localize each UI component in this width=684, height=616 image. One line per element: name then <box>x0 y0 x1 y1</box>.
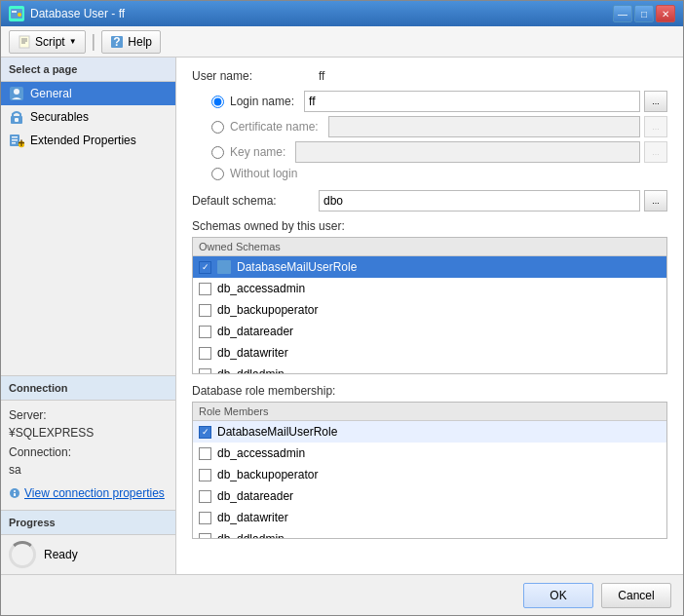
role-checkbox-5[interactable] <box>199 533 211 539</box>
schema-item-3[interactable]: db_datareader <box>193 321 666 342</box>
login-name-input[interactable] <box>304 91 640 112</box>
schema-checkbox-4[interactable] <box>199 347 211 360</box>
schema-checkbox-3[interactable] <box>199 326 211 338</box>
sidebar-item-securables[interactable]: Securables <box>1 105 175 129</box>
schema-item-4[interactable]: db_datawriter <box>193 342 666 364</box>
sidebar-item-general[interactable]: General <box>1 82 175 105</box>
progress-status: Ready <box>44 548 78 561</box>
svg-point-2 <box>18 13 21 17</box>
schema-name-2: db_backupoperator <box>217 303 318 317</box>
footer: OK Cancel <box>1 574 683 615</box>
title-controls: — □ ✕ <box>613 5 675 22</box>
svg-rect-12 <box>15 118 19 122</box>
progress-header: Progress <box>1 510 175 535</box>
roles-section-label: Database role membership: <box>192 384 667 398</box>
key-name-browse-button[interactable]: ... <box>644 141 667 163</box>
schemas-list-scroll[interactable]: DatabaseMailUserRole db_accessadmin db_b… <box>193 256 666 373</box>
key-name-radio[interactable] <box>211 146 224 159</box>
default-schema-row: Default schema: ... <box>192 190 667 212</box>
toolbar: Script ▼ | ? Help <box>1 26 683 58</box>
connection-link-icon <box>9 487 20 499</box>
svg-rect-16 <box>12 142 16 144</box>
role-item-5[interactable]: db_ddladmin <box>193 528 666 538</box>
script-icon <box>18 35 31 49</box>
certificate-name-label: Certificate name: <box>230 120 319 134</box>
schemas-list-container: Owned Schemas DatabaseMailUserRole db_ac… <box>192 237 667 374</box>
role-checkbox-2[interactable] <box>199 469 211 481</box>
form-area: User name: ff Login name: ... Certificat… <box>176 58 683 574</box>
login-name-row: Login name: ... <box>192 91 667 112</box>
login-name-radio[interactable] <box>211 96 224 108</box>
sidebar-label-general: General <box>30 87 72 100</box>
role-checkbox-1[interactable] <box>199 447 211 460</box>
ok-button[interactable]: OK <box>523 583 593 608</box>
role-item-4[interactable]: db_datawriter <box>193 507 666 528</box>
help-button[interactable]: ? Help <box>101 30 161 54</box>
server-label: Server: <box>9 406 168 424</box>
svg-rect-15 <box>12 139 18 141</box>
svg-rect-1 <box>12 11 17 13</box>
schema-checkbox-5[interactable] <box>199 368 211 374</box>
schema-item-1[interactable]: db_accessadmin <box>193 278 666 299</box>
sidebar-label-securables: Securables <box>30 110 89 124</box>
title-bar: Database User - ff — □ ✕ <box>1 1 683 26</box>
role-item-1[interactable]: db_accessadmin <box>193 443 666 464</box>
schemas-section-label: Schemas owned by this user: <box>192 219 667 233</box>
svg-rect-14 <box>12 136 18 138</box>
script-label: Script <box>35 35 65 49</box>
certificate-name-browse-button[interactable]: ... <box>644 116 667 137</box>
role-checkbox-3[interactable] <box>199 490 211 503</box>
schema-name-3: db_datareader <box>217 325 293 338</box>
maximize-button[interactable]: □ <box>634 5 654 22</box>
minimize-button[interactable]: — <box>613 5 632 22</box>
schema-checkbox-2[interactable] <box>199 304 211 317</box>
certificate-name-radio[interactable] <box>211 121 224 134</box>
without-login-radio[interactable] <box>211 168 224 180</box>
key-name-input[interactable] <box>295 141 640 163</box>
cancel-button[interactable]: Cancel <box>601 583 671 608</box>
sidebar-label-extended-properties: Extended Properties <box>30 134 136 147</box>
svg-text:?: ? <box>114 35 121 49</box>
schemas-list-header: Owned Schemas <box>193 238 666 256</box>
role-name-4: db_datawriter <box>217 511 288 524</box>
without-login-label: Without login <box>230 167 297 180</box>
role-checkbox-4[interactable] <box>199 512 211 524</box>
default-schema-browse-button[interactable]: ... <box>644 190 667 212</box>
help-label: Help <box>128 35 152 49</box>
login-name-browse-button[interactable]: ... <box>644 91 667 112</box>
progress-area: Ready <box>1 535 175 574</box>
connection-info: Server: ¥SQLEXPRESS Connection: sa <box>1 401 175 484</box>
role-name-0: DatabaseMailUserRole <box>217 425 337 439</box>
script-dropdown-icon: ▼ <box>69 37 77 46</box>
role-item-3[interactable]: db_datareader <box>193 485 666 507</box>
view-connection-properties-link[interactable]: View connection properties <box>1 484 175 502</box>
schema-item-5[interactable]: db_ddladmin <box>193 364 666 373</box>
certificate-name-input[interactable] <box>328 116 640 137</box>
role-item-2[interactable]: db_backupoperator <box>193 464 666 485</box>
roles-list-header: Role Members <box>193 403 666 421</box>
window-icon <box>9 6 24 21</box>
script-button[interactable]: Script ▼ <box>9 30 86 54</box>
connection-label: Connection: <box>9 443 168 461</box>
close-button[interactable]: ✕ <box>656 5 675 22</box>
default-schema-input[interactable] <box>319 190 640 212</box>
schema-checkbox-0[interactable] <box>199 261 211 274</box>
schema-item-0[interactable]: DatabaseMailUserRole <box>193 256 666 278</box>
schema-db-icon-0 <box>217 260 231 274</box>
schema-checkbox-1[interactable] <box>199 283 211 295</box>
schema-name-4: db_datawriter <box>217 346 288 360</box>
key-name-row: Key name: ... <box>192 141 667 163</box>
svg-rect-21 <box>14 493 16 496</box>
role-name-1: db_accessadmin <box>217 446 305 460</box>
key-name-label: Key name: <box>230 145 285 159</box>
help-icon: ? <box>110 35 124 49</box>
server-value: ¥SQLEXPRESS <box>9 424 168 442</box>
general-icon <box>9 86 24 101</box>
role-item-0[interactable]: DatabaseMailUserRole <box>193 421 666 443</box>
toolbar-separator: | <box>92 31 96 52</box>
roles-list-scroll[interactable]: DatabaseMailUserRole db_accessadmin db_b… <box>193 421 666 538</box>
role-name-5: db_ddladmin <box>217 532 285 538</box>
sidebar-item-extended-properties[interactable]: + Extended Properties <box>1 129 175 152</box>
role-checkbox-0[interactable] <box>199 426 211 439</box>
schema-item-2[interactable]: db_backupoperator <box>193 299 666 321</box>
